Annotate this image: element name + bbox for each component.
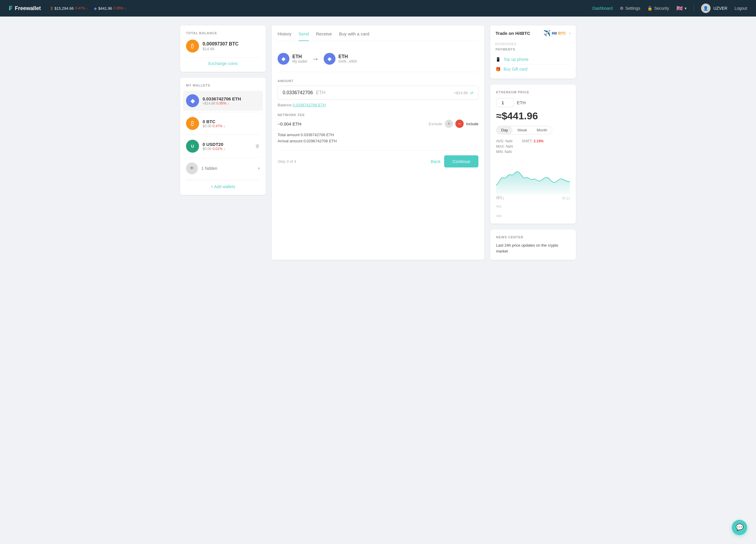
step-indicator: Step 3 of 4	[278, 159, 296, 164]
tab-send[interactable]: Send	[299, 31, 309, 41]
tab-buy[interactable]: Buy with a card	[339, 31, 369, 41]
hitbtc-text: Hit	[552, 31, 557, 35]
flag-icon: 🇬🇧	[676, 5, 683, 12]
back-button[interactable]: Back	[431, 155, 441, 167]
eth-wallet-amount: 0.0336742706 ETH	[203, 96, 260, 101]
my-wallets-card: MY WALLETS ◆ 0.0336742706 ETH ≈$14.88 0.…	[180, 78, 266, 195]
chevron-right-icon: ›	[569, 30, 571, 36]
wallet-divider-4	[186, 179, 260, 179]
wallet-item-eth[interactable]: ◆ 0.0336742706 ETH ≈$14.88 0.95% ↓	[183, 91, 263, 111]
eth-price-item: ◆ $441.96 0.95% ↓	[94, 6, 126, 11]
hidden-coin-circle: 👁	[186, 162, 198, 174]
hitbtc-text-btc: BTC	[558, 31, 566, 35]
eth-wallet-usd: ≈$14.88 0.95% ↓	[203, 101, 260, 105]
totals-section: Total amount 0.0336742706 ETH Arrival am…	[278, 133, 478, 143]
wallet-item-btc[interactable]: ₿ 0 BTC $0.00 0.47% ↓	[186, 113, 260, 133]
nav-security[interactable]: 🔒 Security	[647, 6, 669, 11]
usdt-change-badge: 0.01% ↓	[212, 147, 225, 151]
from-wallet-label: My wallet	[292, 59, 307, 63]
eth-input-row: ETH	[496, 98, 570, 107]
amount-label: AMOUNT	[278, 79, 478, 83]
balance-link[interactable]: 0.0336742706 ETH	[293, 103, 326, 107]
wallet-item-usdt[interactable]: U 0 USDT20 $0.00 0.01% ↓ 🗑	[186, 136, 260, 156]
chevron-down-icon: ▾	[685, 6, 687, 11]
to-address: 0x09...e900	[338, 59, 357, 63]
fee-minus-button[interactable]: −	[455, 120, 464, 128]
header-nav: Dashboard ⚙ Settings 🔒 Security 🇬🇧 ▾ 👤 U…	[592, 4, 747, 13]
network-fee-section: NETWORK FEE −0.004 ETH Exclude + − Inclu…	[278, 113, 478, 128]
top-up-phone-link[interactable]: 📱 Top up phone	[496, 55, 571, 64]
chevron-down-icon: ▾	[258, 166, 260, 171]
amount-value: 0.0336742706	[283, 90, 313, 95]
gift-icon: 🎁	[496, 67, 501, 71]
news-card: NEWS CENTER Last 24h price updates on th…	[490, 229, 576, 260]
from-coin-info: ETH My wallet	[292, 54, 307, 63]
chart-x-label-1: 09.11	[496, 196, 504, 200]
period-tab-month[interactable]: Month	[532, 126, 552, 134]
shift-stat: SHIFT: 2.19%	[522, 139, 544, 143]
hitbtc-plane-icon: ✈️	[543, 30, 551, 37]
eth-qty-input[interactable]	[496, 98, 514, 107]
eth-change: 0.95% ↓	[114, 6, 126, 10]
nav-language[interactable]: 🇬🇧 ▾	[676, 5, 687, 12]
eth-change-badge: 0.95% ↓	[216, 101, 229, 105]
fee-plus-button[interactable]: +	[445, 120, 453, 128]
step-actions: Back Continue	[431, 155, 478, 167]
avatar: 👤	[701, 4, 711, 13]
news-item[interactable]: Last 24h price updates on the crypto mar…	[496, 242, 570, 254]
amount-usd: ≈$14.88	[454, 91, 468, 95]
main-content: TOTAL BALANCE ₿ 0.00097307 BTC $14.88 Ex…	[171, 17, 585, 269]
from-coin-name: ETH	[292, 54, 307, 59]
chart-x-labels: 09.11 10.11	[496, 196, 570, 200]
eth-coin-circle: ◆	[186, 94, 199, 107]
hitbtc-logo: ✈️ Hit BTC	[543, 30, 566, 37]
chart-x-label-2: 10.11	[562, 196, 570, 200]
hidden-wallets-row[interactable]: 👁 1 hidden ▾	[186, 159, 260, 178]
include-label[interactable]: Include	[466, 122, 478, 126]
btc-change-badge: 0.47% ↓	[212, 124, 225, 128]
period-tab-week[interactable]: Week	[513, 126, 532, 134]
trade-row[interactable]: Trade on HitBTC ✈️ Hit BTC ›	[490, 25, 576, 41]
nav-settings[interactable]: ⚙ Settings	[620, 6, 641, 11]
btc-change: 0.47% ↓	[75, 6, 88, 10]
continue-button[interactable]: Continue	[444, 155, 478, 167]
btc-price-item: ₿ $15,294.66 0.47% ↓	[51, 6, 88, 11]
total-balance-card: TOTAL BALANCE ₿ 0.00097307 BTC $14.88 Ex…	[180, 25, 266, 72]
eth-currency-label: ETH	[517, 100, 526, 105]
refresh-icon[interactable]: ⇄	[470, 91, 473, 95]
buy-gift-link[interactable]: 🎁 Buy Gift card	[496, 64, 571, 74]
to-coin-info: ETH 0x09...e900	[338, 54, 357, 63]
nav-dashboard[interactable]: Dashboard	[592, 6, 613, 11]
tab-history[interactable]: History	[278, 31, 291, 41]
avatar-icon: 👤	[703, 6, 708, 11]
eth-price-label: ETHEREUM PRICE	[496, 90, 570, 94]
period-tab-day[interactable]: Day	[496, 126, 513, 134]
logout-button[interactable]: Logout	[734, 6, 747, 11]
header: ₣ Freewallet ₿ $15,294.66 0.47% ↓ ◆ $441…	[0, 0, 756, 17]
my-wallets-label: MY WALLETS	[186, 84, 260, 87]
trash-icon[interactable]: 🗑	[255, 144, 260, 149]
center-panel: History Send Receive Buy with a card ◆ E…	[272, 25, 484, 260]
add-wallets-button[interactable]: + Add wallets	[186, 180, 260, 189]
trade-label: Trade on HitBTC	[496, 31, 530, 36]
stat-shift: SHIFT: 2.19%	[522, 139, 544, 154]
total-balance-info: 0.00097307 BTC $14.88	[203, 41, 239, 51]
tab-receive[interactable]: Receive	[316, 31, 332, 41]
usdt-wallet-amount: 0 USDT20	[203, 142, 252, 147]
send-route: ◆ ETH My wallet → ◆ ETH 0x09...e900	[278, 48, 478, 72]
btc-wallet-usd: $0.00 0.47% ↓	[203, 124, 260, 128]
period-tabs: Day Week Month	[496, 126, 552, 134]
logo[interactable]: ₣ Freewallet	[9, 4, 41, 12]
trade-hitbtc-card: Trade on HitBTC ✈️ Hit BTC › SPONSORED P…	[490, 25, 576, 79]
exclude-label: Exclude	[429, 122, 442, 126]
btc-wallet-amount: 0 BTC	[203, 119, 260, 124]
total-amount-row: Total amount 0.0336742706 ETH	[278, 133, 478, 137]
total-amount: 0.00097307 BTC	[203, 41, 239, 47]
from-coin: ◆ ETH My wallet	[278, 53, 307, 65]
total-balance-row: ₿ 0.00097307 BTC $14.88	[186, 40, 260, 53]
usdt-wallet-usd: $0.00 0.01% ↓	[203, 147, 252, 151]
chat-bubble[interactable]: 💬	[732, 520, 747, 535]
payments-label: PAYMENTS	[496, 48, 571, 51]
right-panel: Trade on HitBTC ✈️ Hit BTC › SPONSORED P…	[490, 25, 576, 260]
exchange-coins-link[interactable]: Exchange coins	[186, 57, 260, 66]
